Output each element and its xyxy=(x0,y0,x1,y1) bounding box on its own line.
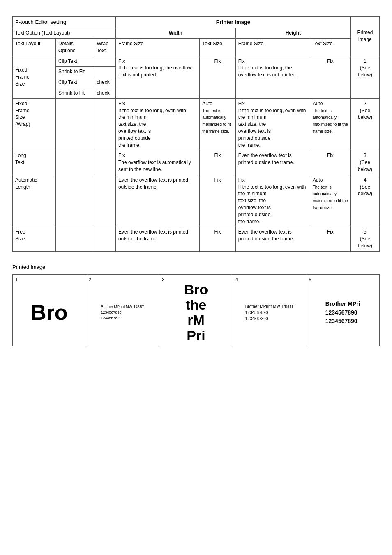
header-row-3: Text Layout Details- Options Wrap Text F… xyxy=(13,38,380,56)
table-row: LongText FixThe overflow text is automat… xyxy=(13,150,380,175)
col-frame-size-h: Frame Size xyxy=(235,38,310,56)
printed-images-section: Printed image 1 Bro 2 Brother MPrint MW-… xyxy=(12,264,380,347)
image-content-3: BrotherMPri xyxy=(162,282,230,344)
details-5 xyxy=(56,227,94,251)
ptouch-header: P-touch Editor setting xyxy=(13,17,116,28)
image-4-text: Brother MPrint MW-145BT 1234567890 12345… xyxy=(245,303,294,322)
text-size-w-3: Fix xyxy=(200,150,236,175)
frame-size-w-4: Even the overflow text is printed outsid… xyxy=(115,175,199,227)
text-option-header: Text Option (Text Layout) xyxy=(13,28,116,39)
image-5-text: Brother MPri12345678901234567890 xyxy=(325,300,360,326)
free-size-label: FreeSize xyxy=(13,227,56,251)
text-size-w-1: Fix xyxy=(200,56,236,98)
details-4 xyxy=(56,175,94,227)
table-row: FreeSize Even the overflow text is print… xyxy=(13,227,380,251)
fixed-frame-size-label: FixedFrameSize xyxy=(13,56,56,98)
check-1: check xyxy=(94,77,116,88)
col-text-layout: Text Layout xyxy=(13,38,56,56)
image-2-text: Brother MPrint MW-145BT 1234567890 12345… xyxy=(101,304,144,321)
printed-num-2: 2(Seebelow) xyxy=(350,98,379,150)
wrap-text-1 xyxy=(94,56,116,67)
frame-size-h-3: Even the overflow text is printed outsid… xyxy=(235,150,310,175)
clip-text-label: Clip Text xyxy=(56,56,94,67)
frame-size-h-4: FixIf the text is too long, even withthe… xyxy=(235,175,310,227)
wrap-4 xyxy=(94,175,116,227)
auto-length-label: AutomaticLength xyxy=(13,175,56,227)
col-details-options: Details- Options xyxy=(56,38,94,56)
image-content-1: Bro xyxy=(15,282,83,344)
text-size-h-1: Fix xyxy=(310,56,350,98)
frame-size-w-3: FixThe overflow text is automatically se… xyxy=(115,150,199,175)
frame-size-h-2: FixIf the text is too long, even withthe… xyxy=(235,98,310,150)
details-3 xyxy=(56,150,94,175)
wrap-1a xyxy=(94,67,116,77)
clip-text-2: Clip Text xyxy=(56,77,94,88)
printed-image-col-header: Printed image xyxy=(350,17,379,56)
image-3-text: BrotherMPri xyxy=(184,282,208,344)
image-num-4: 4 xyxy=(235,277,304,282)
printed-num-5: 5(Seebelow) xyxy=(350,227,379,251)
col-wrap-text: Wrap Text xyxy=(94,38,116,56)
printed-num-1: 1(Seebelow) xyxy=(350,56,379,98)
text-size-h-5: Fix xyxy=(310,227,350,251)
image-num-3: 3 xyxy=(162,277,230,282)
fixed-frame-wrap-label: FixedFrameSize(Wrap) xyxy=(13,98,56,150)
wrap-5 xyxy=(94,227,116,251)
printed-image-3: 3 BrotherMPri xyxy=(159,275,233,346)
image-content-2: Brother MPrint MW-145BT 1234567890 12345… xyxy=(89,282,157,344)
frame-size-w-2: FixIf the text is too long, even withthe… xyxy=(115,98,199,150)
text-size-h-3: Fix xyxy=(310,150,350,175)
shrink-to-fit-1: Shrink to Fit xyxy=(56,67,94,77)
details-wrap xyxy=(56,98,94,150)
frame-size-h-1: FixIf the text is too long, the overflow… xyxy=(235,56,310,98)
long-text-label: LongText xyxy=(13,150,56,175)
table-row: AutomaticLength Even the overflow text i… xyxy=(13,175,380,227)
image-content-4: Brother MPrint MW-145BT 1234567890 12345… xyxy=(235,282,304,344)
table-row: FixedFrameSize Clip Text FixIf the text … xyxy=(13,56,380,67)
table-row: FixedFrameSize(Wrap) FixIf the text is t… xyxy=(13,98,380,150)
image-num-1: 1 xyxy=(15,277,83,282)
image-num-5: 5 xyxy=(309,277,377,282)
printed-num-3: 3(Seebelow) xyxy=(350,150,379,175)
wrap-wrap xyxy=(94,98,116,150)
height-header: Height xyxy=(235,28,350,39)
text-size-h-4: AutoThe text is automatically maximized … xyxy=(310,175,350,227)
printed-image-5: 5 Brother MPri12345678901234567890 xyxy=(306,275,379,346)
shrink-to-fit-2: Shrink to Fit xyxy=(56,88,94,98)
printed-image-2: 2 Brother MPrint MW-145BT 1234567890 123… xyxy=(86,275,160,346)
wrap-3 xyxy=(94,150,116,175)
col-frame-size-w: Frame Size xyxy=(115,38,199,56)
width-header: Width xyxy=(115,28,235,39)
col-text-size-w: Text Size xyxy=(200,38,236,56)
frame-size-w-5: Even the overflow text is printed outsid… xyxy=(115,227,199,251)
printed-images-row: 1 Bro 2 Brother MPrint MW-145BT 12345678… xyxy=(12,274,380,347)
text-size-w-4: Fix xyxy=(200,175,236,227)
header-row-1: P-touch Editor setting Printer image Pri… xyxy=(13,17,380,28)
col-text-size-h: Text Size xyxy=(310,38,350,56)
printed-num-4: 4(Seebelow) xyxy=(350,175,379,227)
printed-images-label: Printed image xyxy=(12,264,380,270)
frame-size-h-5: Even the overflow text is printed outsid… xyxy=(235,227,310,251)
text-size-w-5: Fix xyxy=(200,227,236,251)
header-row-2: Text Option (Text Layout) Width Height xyxy=(13,28,380,39)
check-2: check xyxy=(94,88,116,98)
frame-size-w-1: FixIf the text is too long, the overflow… xyxy=(115,56,199,98)
printer-image-header: Printer image xyxy=(115,17,350,28)
image-num-2: 2 xyxy=(89,277,157,282)
main-reference-table: P-touch Editor setting Printer image Pri… xyxy=(12,16,380,252)
printed-image-4: 4 Brother MPrint MW-145BT 1234567890 123… xyxy=(233,275,307,346)
image-content-5: Brother MPri12345678901234567890 xyxy=(309,282,377,344)
text-size-w-2: AutoThe text is automatically maximized … xyxy=(200,98,236,150)
printed-image-1: 1 Bro xyxy=(13,275,86,346)
text-size-h-2: AutoThe text is automatically maximized … xyxy=(310,98,350,150)
